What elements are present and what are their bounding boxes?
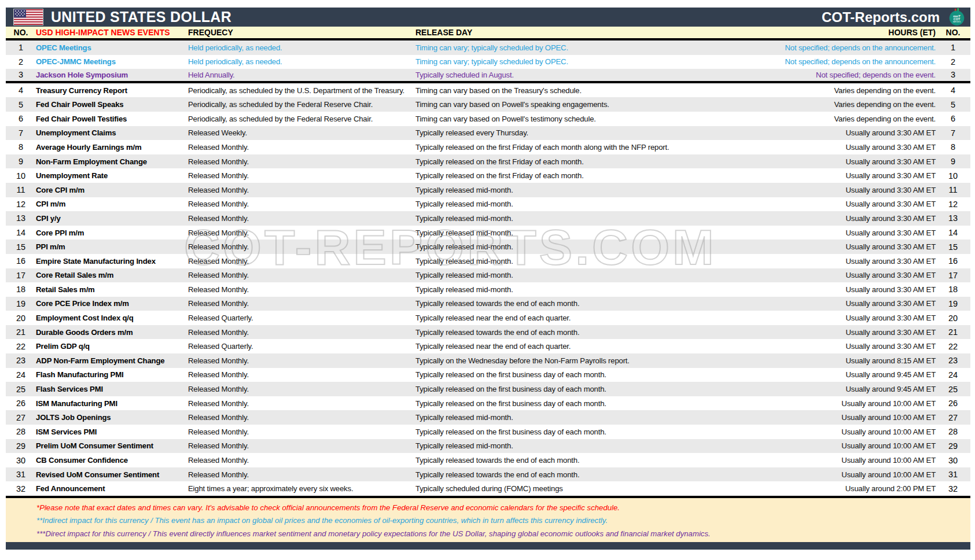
table-row: 1 OPEC Meetings Held periodically, as ne… [6, 40, 970, 55]
svg-text:REPORTS: REPORTS [953, 21, 961, 23]
row-number-left: 19 [6, 299, 36, 308]
event-name: PPI m/m [36, 242, 188, 251]
event-hours: Usually around 3:30 AM ET [670, 257, 936, 266]
event-name: Jackson Hole Symposium [36, 71, 188, 79]
cot-reports-logo-icon[interactable]: mnT COT REPORTS [948, 8, 966, 26]
event-release-day: Timing can vary based on Powell's speaki… [415, 100, 670, 109]
event-frequency: Released Monthly. [188, 257, 415, 266]
row-number-right: 3 [936, 70, 970, 79]
event-name: Core PCE Price Index m/m [36, 299, 188, 308]
table-row: 14 Core PPI m/m Released Monthly. Typica… [6, 226, 970, 240]
table-row: 3 Jackson Hole Symposium Held Annually. … [6, 69, 970, 83]
row-number-left: 20 [6, 314, 36, 323]
row-number-right: 9 [936, 157, 970, 166]
event-frequency: Released Quarterly. [188, 342, 415, 351]
row-number-right: 16 [936, 256, 970, 266]
event-frequency: Released Monthly. [188, 229, 415, 237]
event-name: Revised UoM Consumer Sentiment [36, 470, 188, 479]
event-frequency: Held periodically, as needed. [188, 57, 415, 66]
table-row: 6 Fed Chair Powell Testifies Periodicall… [6, 112, 970, 126]
row-number-left: 29 [6, 441, 36, 451]
event-frequency: Periodically, as scheduled by the U.S. D… [188, 86, 415, 95]
event-hours: Usually around 3:30 AM ET [670, 271, 936, 279]
event-name: Flash Services PMI [36, 385, 188, 393]
event-release-day: Typically released mid-month. [415, 186, 670, 194]
col-header-no-right: NO. [936, 28, 970, 37]
event-name: ISM Manufacturing PMI [36, 399, 188, 408]
table-row: 22 Prelim GDP q/q Released Quarterly. Ty… [6, 339, 970, 353]
event-hours: Usually around 3:30 AM ET [670, 186, 936, 194]
table-row: 12 CPI m/m Released Monthly. Typically r… [6, 197, 970, 212]
row-number-left: 2 [6, 57, 36, 67]
row-number-right: 28 [936, 427, 970, 436]
row-number-right: 15 [936, 242, 970, 252]
event-frequency: Released Monthly. [188, 456, 415, 465]
event-frequency: Released Monthly. [188, 186, 415, 194]
event-frequency: Released Monthly. [188, 299, 415, 308]
event-frequency: Released Monthly. [188, 214, 415, 223]
table-row: 18 Retail Sales m/m Released Monthly. Ty… [6, 282, 970, 297]
table-row: 15 PPI m/m Released Monthly. Typically r… [6, 240, 970, 254]
event-name: Average Hourly Earnings m/m [36, 143, 188, 152]
table-row: 5 Fed Chair Powell Speaks Periodically, … [6, 97, 970, 112]
column-header-row: NO. USD HIGH-IMPACT NEWS EVENTS FREQUECY… [6, 27, 970, 40]
row-number-right: 7 [936, 128, 970, 138]
event-release-day: Typically released mid-month. [415, 242, 670, 251]
row-number-left: 32 [6, 484, 36, 493]
event-hours: Usually around 3:30 AM ET [670, 299, 936, 308]
event-release-day: Typically released mid-month. [415, 413, 670, 422]
row-number-right: 19 [936, 299, 970, 308]
row-number-left: 24 [6, 370, 36, 380]
event-release-day: Timing can vary based on Powell's testim… [415, 115, 670, 123]
table-row: 27 JOLTS Job Openings Released Monthly. … [6, 410, 970, 425]
event-hours: Usually around 3:30 AM ET [670, 328, 936, 337]
event-release-day: Typically released towards the end of ea… [415, 456, 670, 465]
event-release-day: Timing can vary; typically scheduled by … [415, 57, 670, 66]
event-name: OPEC Meetings [36, 43, 188, 52]
event-frequency: Released Monthly. [188, 441, 415, 450]
event-frequency: Released Monthly. [188, 271, 415, 279]
footnote-indirect-impact: **Indirect impact for this currency / Th… [36, 514, 970, 528]
row-number-left: 17 [6, 271, 36, 280]
table-body: 1 OPEC Meetings Held periodically, as ne… [6, 40, 970, 498]
event-hours: Usually around 3:30 AM ET [670, 171, 936, 180]
event-hours: Usually around 3:30 AM ET [670, 128, 936, 137]
event-name: Fed Chair Powell Speaks [36, 100, 188, 109]
table-row: 25 Flash Services PMI Released Monthly. … [6, 382, 970, 396]
event-name: Fed Chair Powell Testifies [36, 115, 188, 123]
row-number-right: 2 [936, 57, 970, 67]
event-frequency: Released Monthly. [188, 171, 415, 180]
event-frequency: Released Monthly. [188, 328, 415, 337]
row-number-right: 29 [936, 441, 970, 451]
event-release-day: Typically scheduled during (FOMC) meetin… [415, 484, 670, 493]
event-frequency: Released Monthly. [188, 399, 415, 408]
col-header-hours: HOURS (ET) [670, 28, 936, 37]
event-name: Core PPI m/m [36, 229, 188, 237]
event-hours: Usually around 3:30 AM ET [670, 285, 936, 294]
event-frequency: Released Weekly. [188, 128, 415, 137]
row-number-left: 26 [6, 399, 36, 408]
event-frequency: Released Monthly. [188, 385, 415, 393]
row-number-left: 25 [6, 385, 36, 394]
event-release-day: Typically released on the first business… [415, 428, 670, 436]
col-header-release-day: RELEASE DAY [415, 28, 670, 37]
event-release-day: Timing can vary based on the Treasury's … [415, 86, 670, 95]
row-number-left: 28 [6, 427, 36, 436]
table-row: 28 ISM Services PMI Released Monthly. Ty… [6, 425, 970, 439]
table-row: 9 Non-Farm Employment Change Released Mo… [6, 154, 970, 169]
event-release-day: Typically released towards the end of ea… [415, 299, 670, 308]
row-number-right: 11 [936, 185, 970, 194]
footnote-schedule-disclaimer: *Please note that exact dates and times … [36, 501, 970, 514]
row-number-left: 9 [6, 157, 36, 166]
event-hours: Usually around 3:30 AM ET [670, 157, 936, 166]
table-row: 7 Unemployment Claims Released Weekly. T… [6, 126, 970, 141]
event-frequency: Released Monthly. [188, 370, 415, 379]
row-number-right: 24 [936, 370, 970, 380]
col-header-no-left: NO. [6, 28, 36, 37]
row-number-right: 6 [936, 114, 970, 123]
brand-link[interactable]: COT-Reports.com [822, 9, 940, 25]
event-name: Fed Announcement [36, 484, 188, 493]
title-bar: UNITED STATES DOLLAR COT-Reports.com mnT… [6, 8, 970, 27]
row-number-right: 18 [936, 285, 970, 294]
event-release-day: Timing can vary; typically scheduled by … [415, 43, 670, 52]
